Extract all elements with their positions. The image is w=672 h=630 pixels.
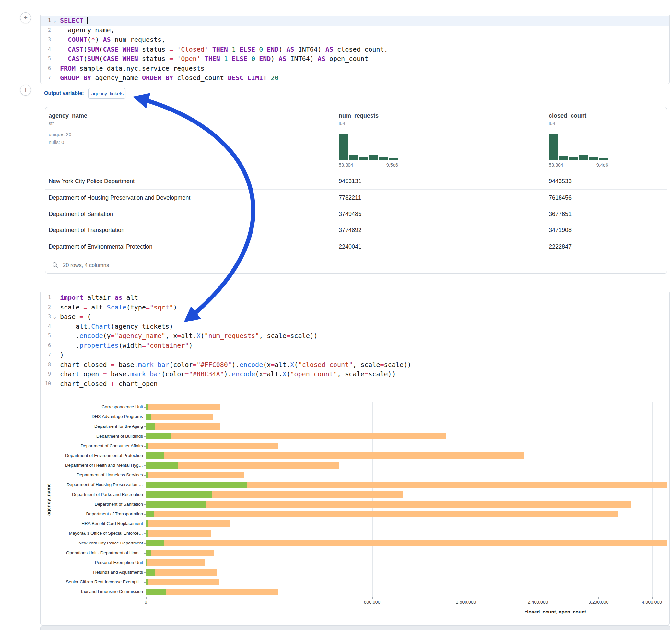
line-number: 10 xyxy=(41,379,57,389)
sql-cell-editor[interactable]: 1⌄234567 SELECT agency_name, COUNT(*) AS… xyxy=(40,14,670,84)
category-label: Senior Citizen Rent Increase Exempti… xyxy=(41,577,143,587)
notebook-canvas: + + 1⌄234567 SELECT agency_name, COUNT(*… xyxy=(0,0,672,630)
axis-tick xyxy=(146,597,146,599)
axis-tick-label: 1,600,000 xyxy=(447,600,485,605)
bar-closed xyxy=(146,453,524,459)
category-label: New York City Police Department xyxy=(41,538,143,548)
fold-chevron-icon[interactable]: ⌄ xyxy=(52,312,57,322)
bar-open xyxy=(146,579,148,585)
table-cell: 3774892 xyxy=(339,227,549,234)
category-tick xyxy=(144,417,146,417)
bar-closed xyxy=(146,530,211,537)
histogram-bar xyxy=(589,156,598,161)
bar-closed xyxy=(146,550,214,556)
category-tick xyxy=(144,563,146,563)
code-line: agency_name, xyxy=(57,26,669,35)
bar-closed xyxy=(146,511,618,517)
table-cell: 7782211 xyxy=(339,194,549,201)
histogram-bar xyxy=(599,158,608,161)
category-tick xyxy=(144,427,146,427)
grid-line xyxy=(373,402,373,597)
histogram-bar xyxy=(569,157,578,161)
code-line: import altair as alt xyxy=(57,293,669,303)
line-number-gutter: 123⌄45678910 xyxy=(41,291,57,389)
table-footer: 20 rows, 4 columns xyxy=(45,255,667,273)
bar-closed xyxy=(146,413,213,420)
line-number: 3 xyxy=(41,35,57,45)
output-variable-chip[interactable]: agency_tickets xyxy=(89,88,125,98)
code-line: chart_open = base.mark_bar(color="#8BC34… xyxy=(57,369,669,379)
column-header-num-requests[interactable]: num_requests i64 53,304 9.5e6 xyxy=(339,107,540,168)
table-search-icon[interactable] xyxy=(52,262,58,268)
bar-closed xyxy=(146,423,220,430)
histogram-bar xyxy=(369,154,378,161)
chart-plot-area xyxy=(146,402,668,597)
histogram-bar xyxy=(349,155,358,161)
table-body: New York City Police Department945313194… xyxy=(45,173,667,255)
category-label: Department of Buildings xyxy=(41,431,143,441)
line-number: 8 xyxy=(41,360,57,370)
line-number: 6 xyxy=(41,341,57,350)
category-tick xyxy=(144,504,146,505)
category-label: Department for the Aging xyxy=(41,421,143,431)
column-header-closed-count[interactable]: closed_count i64 53,304 9.4e6 xyxy=(549,107,667,168)
category-label: DHS Advantage Programs xyxy=(41,412,143,421)
add-cell-button-output[interactable]: + xyxy=(20,84,31,96)
category-label: Department of Homeless Services xyxy=(41,470,143,480)
bar-open xyxy=(146,559,147,566)
column-meta-nulls: nulls: 0 xyxy=(49,138,249,146)
table-cell: 3749485 xyxy=(339,211,549,217)
python-cell[interactable]: 123⌄45678910 import altair as altscale =… xyxy=(40,291,670,625)
code-line: base = ( xyxy=(57,312,669,322)
line-number-gutter: 1⌄234567 xyxy=(41,14,57,83)
fold-chevron-icon[interactable]: ⌄ xyxy=(52,16,57,26)
bar-closed xyxy=(146,520,230,527)
table-row: Department of Sanitation37494853677651 xyxy=(45,206,667,222)
category-label: Department of Parks and Recreation xyxy=(41,490,143,500)
line-number: 5 xyxy=(41,54,57,64)
bar-open xyxy=(146,550,151,556)
line-number: 7 xyxy=(41,73,57,83)
code-line: chart_closed + chart_open xyxy=(57,379,669,389)
histogram-bar xyxy=(549,135,558,161)
line-number: 2 xyxy=(41,26,57,35)
column-dtype: str xyxy=(49,121,249,126)
column-header-agency-name[interactable]: agency_name str unique: 20 nulls: 0 xyxy=(49,107,249,146)
bar-open xyxy=(146,413,151,420)
table-row: Department of Housing Preservation and D… xyxy=(45,189,667,205)
line-number: 4 xyxy=(41,45,57,54)
grid-line xyxy=(538,402,538,597)
axis-tick-label: 0 xyxy=(126,600,165,605)
category-tick xyxy=(144,465,146,466)
grid-line xyxy=(599,402,599,597)
category-label: Department of Consumer Affairs xyxy=(41,441,143,451)
chart-x-axis-title: closed_count, open_count xyxy=(507,609,604,614)
column-meta-unique: unique: 20 xyxy=(49,130,249,138)
bar-open xyxy=(146,520,148,527)
line-number: 3⌄ xyxy=(41,312,57,322)
code-line: FROM sample_data.nyc.service_requests xyxy=(57,64,669,74)
bar-open xyxy=(146,511,154,517)
bar-closed xyxy=(146,472,244,478)
column-histogram xyxy=(339,135,398,161)
histogram-bar xyxy=(559,155,568,161)
line-number: 4 xyxy=(41,322,57,332)
code-line: chart_closed = base.mark_bar(color="#FFC… xyxy=(57,360,669,370)
bar-closed xyxy=(146,501,631,508)
line-number: 5 xyxy=(41,331,57,341)
histogram-bar xyxy=(579,154,588,161)
table-cell: Department of Sanitation xyxy=(49,211,339,217)
add-cell-button-top[interactable]: + xyxy=(20,12,31,23)
category-tick xyxy=(144,592,146,592)
table-cell: 2240041 xyxy=(339,243,549,250)
axis-tick-label: 4,000,000 xyxy=(632,600,671,605)
category-tick xyxy=(144,407,146,408)
bar-open xyxy=(146,433,171,439)
column-dtype: i64 xyxy=(549,121,667,126)
bar-closed xyxy=(146,540,668,547)
text-cursor xyxy=(87,17,88,24)
hist-max-label: 9.5e6 xyxy=(386,162,398,168)
line-number: 9 xyxy=(41,369,57,379)
collapsed-cell-bar[interactable] xyxy=(40,626,670,630)
axis-tick xyxy=(538,597,538,599)
